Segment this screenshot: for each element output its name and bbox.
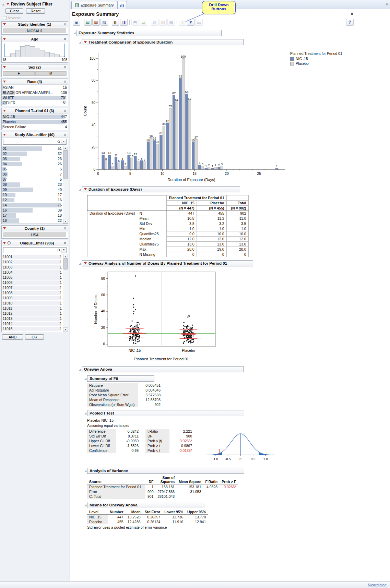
filter-value-row[interactable]: 11011 1 [2,306,63,311]
help-button[interactable]: ? [346,19,354,26]
age-histogram[interactable] [4,44,65,58]
scroll-thumb[interactable] [63,259,68,269]
close-icon[interactable]: ✕ [63,133,67,137]
filter-value-row[interactable]: 05 5 [2,167,63,172]
scrollbar[interactable]: ▲ ▼ [63,254,68,332]
filter-value-row[interactable]: 11002 1 [2,260,63,265]
drill-down-button[interactable]: ▨ [101,19,108,26]
red-triangle-menu-icon[interactable] [3,134,6,136]
inverse-checkbox[interactable] [3,16,7,20]
legend-swatch-nic[interactable] [290,57,294,61]
scroll-down-icon[interactable]: ▼ [63,219,68,224]
red-triangle-menu-icon[interactable] [3,242,6,244]
collapse-triangle-icon[interactable]: ◢ [84,412,87,415]
exposure-histogram[interactable]: 0204060801000510152025138133116831310127… [82,48,287,183]
scrollbar[interactable]: ▲ ▼ [63,146,68,224]
drill-down-button[interactable]: ⬒ [131,19,139,26]
filter-value-row[interactable]: 11009 1 [2,296,63,301]
close-icon[interactable]: ✕ [63,227,67,230]
filter-value-row[interactable]: 11008 1 [2,290,63,296]
collapse-triangle-icon[interactable]: ◢ [78,262,82,265]
filter-value-row[interactable]: 02 32 [2,151,63,156]
red-triangle-menu-icon[interactable] [3,81,6,83]
selected-value-bar[interactable]: USA [3,232,66,237]
filter-value-row[interactable]: 16 39 [2,208,63,213]
collapse-triangle-icon[interactable]: ◢ [84,504,87,507]
filter-value-row[interactable]: 08 23 [2,182,63,187]
filter-value-row[interactable]: 11012 1 [2,311,63,316]
oneway-scatter-plot[interactable]: 020406080NIC .15PlaceboPlanned Treatment… [93,269,355,363]
filter-value-row[interactable]: 03 23 [2,156,63,161]
close-icon[interactable]: ✕ [63,109,67,113]
filter-value-row[interactable]: OTHER 51 [2,100,68,106]
filter-value-row[interactable]: WHITE 701 [2,95,68,100]
window-menu-icon[interactable]: ≡ [386,1,388,6]
close-icon[interactable]: ✕ [63,241,67,245]
collapse-triangle-icon[interactable]: ◢ [73,32,76,35]
filter-value-row[interactable]: BLACK OR AFRICAN AMERI... 139 [2,90,68,95]
reset-button[interactable]: Reset [26,8,45,14]
red-triangle-menu-icon[interactable] [3,23,6,25]
close-report-icon[interactable]: ✕ [350,12,355,16]
selected-value-bar[interactable]: NICSAH1 [3,28,66,33]
and-button[interactable]: AND [2,334,23,340]
close-icon[interactable]: ✕ [63,65,67,69]
scroll-up-icon[interactable]: ▲ [63,146,68,150]
red-triangle-menu-icon[interactable] [3,66,6,68]
red-triangle-menu-icon[interactable] [3,110,6,112]
red-triangle-menu-icon[interactable] [3,227,6,229]
filter-value-row[interactable]: 14 75 [2,203,63,208]
subject-search-input[interactable] [3,248,56,252]
drill-down-button[interactable]: ◧ [112,19,119,26]
close-icon[interactable]: ✕ [63,23,67,26]
t-distribution-curve[interactable]: -1.0-0.500.51.0 [203,429,278,465]
filter-value-row[interactable]: 01 51 [2,146,63,151]
filter-value-row[interactable]: 11003 1 [2,265,63,270]
filter-value-row[interactable]: 11015 1 [2,326,63,332]
filter-value-row[interactable]: 11005 1 [2,275,63,280]
clear-button[interactable]: Clear [5,8,23,14]
filter-value-row[interactable]: 17 18 [2,213,63,218]
scroll-down-icon[interactable]: ▼ [63,327,68,332]
filter-value-row[interactable]: 04 26 [2,161,63,167]
drill-down-button[interactable]: ▤ [84,19,92,26]
close-icon[interactable]: ✕ [63,37,67,41]
collapse-triangle-icon[interactable]: ◢ [78,41,82,44]
range-handle-right[interactable] [64,44,65,57]
filter-value-row[interactable]: 09 40 [2,187,63,192]
drill-down-button[interactable]: ▩ [167,19,175,26]
filter-value-row[interactable]: 11004 1 [2,270,63,275]
drill-down-button[interactable]: ◨ [120,19,128,26]
filter-value-row[interactable]: Placebo 455 [2,119,68,124]
drill-down-button[interactable]: ▦ [92,19,100,26]
filter-value-row[interactable]: 11007 1 [2,285,63,290]
filter-value-row[interactable]: 11014 1 [2,321,63,326]
scroll-thumb[interactable] [63,150,68,179]
filter-value-row[interactable]: NIC .15 447 [2,114,68,119]
filter-value-row[interactable]: ASIAN 15 [2,85,68,90]
collapse-triangle-icon[interactable]: ◢ [78,368,82,371]
filter-value-row[interactable]: 11001 1 [2,254,63,260]
filter-value-row[interactable]: 10 17 [2,192,63,197]
drill-down-button[interactable]: ▣ [73,19,80,26]
study-link[interactable]: Nicardipine [368,583,387,587]
collapse-triangle-icon[interactable]: ◢ [78,188,82,191]
filter-value-row[interactable]: 07 5 [2,177,63,182]
scroll-up-icon[interactable]: ▲ [63,254,68,259]
collapse-triangle-icon[interactable]: ◢ [1,3,5,6]
drill-down-button[interactable]: ▥ [159,19,167,26]
filter-value-row[interactable]: 11010 1 [2,301,63,306]
close-icon[interactable]: ✕ [63,80,67,84]
filter-value-row[interactable]: Screen Failure 4 [2,124,68,130]
red-triangle-menu-icon[interactable] [84,188,87,190]
drill-down-button[interactable]: ▧ [151,19,158,26]
filter-value-row[interactable]: 06 7 [2,172,63,177]
site-search-input[interactable] [3,140,56,144]
legend-swatch-placebo[interactable] [290,62,294,65]
red-triangle-menu-icon[interactable] [84,262,87,264]
or-button[interactable]: OR [25,334,44,340]
filter-value-row[interactable]: 11006 1 [2,280,63,285]
tab-exposure-summary[interactable]: Exposure Summary [71,1,117,9]
filter-value-row[interactable]: 18 22 [2,218,63,223]
chevron-down-icon[interactable]: ▼ [61,248,66,253]
